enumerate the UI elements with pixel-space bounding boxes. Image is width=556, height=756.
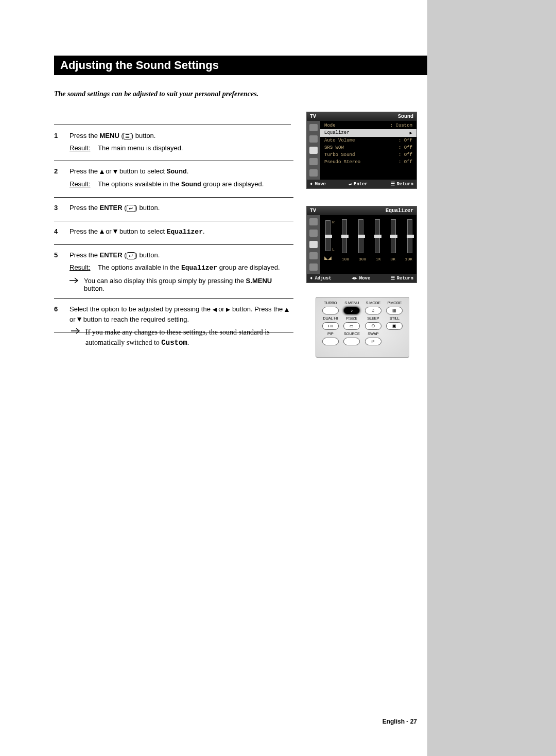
remote-label-swap: SWAP [364,331,383,336]
remote-grid: TURBO S.MENU S.MODE P.MODE ♪ ♫ ▦ DUAL I-… [321,301,404,345]
step-number: 2 [54,166,70,177]
menu-label: MENU [100,132,119,139]
result-row: Result The options available in the Soun… [70,179,293,190]
osd-item-srs-wow[interactable]: SRS WOW : Off [320,144,416,151]
remote-swap-button[interactable]: ⇄ [365,338,381,345]
osd-item-mode[interactable]: Mode : Custom [320,122,416,129]
divider [54,125,291,125]
foot-label: Adjust [315,276,331,281]
result-text-part: group are displayed. [201,180,264,188]
remote-label-smenu: S.MENU [343,301,361,305]
step-number: 6 [54,304,70,314]
step-text: or [104,227,114,235]
remote-pip-button[interactable] [322,338,339,345]
equalizer-area: ◣◢ 100 300 1K 3K 10K [320,215,416,262]
note-text: You can also display this group simply b… [84,277,293,292]
remote-smenu-button[interactable]: ♪ [343,307,360,314]
osd-item-equalizer[interactable]: Equalizer ▶ [320,129,416,137]
remote-smode-button[interactable]: ♫ [365,307,381,314]
result-text-part: group are displayed. [217,263,280,271]
osd-item-turbo-sound[interactable]: Turbo Sound : Off [320,151,416,159]
slider-knob[interactable] [407,235,414,238]
remote-still-button[interactable]: ▣ [386,322,403,330]
foot-label: Move [359,276,371,281]
sound-label: Sound [181,181,201,188]
step-body: Press the or button to select Equalizer. [70,226,293,237]
eq-slider-10k[interactable] [407,219,412,253]
osd-picture-icon [309,124,318,131]
osd-foot-move: ◀▶ Move [352,275,370,281]
remote-control: TURBO S.MENU S.MODE P.MODE ♪ ♫ ▦ DUAL I-… [316,297,409,358]
sound-label: Sound [167,168,187,175]
custom-label: Custom [161,339,187,347]
step-3: 3 Press the ENTER (↵) button. [54,203,293,221]
osd-item-auto-volume[interactable]: Auto Volume : Off [320,137,416,144]
step-text: Press the [70,251,100,259]
gray-sidebar [427,0,556,756]
osd-foot-enter: ↵ Enter [349,181,368,187]
remote-label-dual: DUAL I-II [321,316,340,321]
equalizer-label: Equalizer [181,264,217,272]
slider-knob[interactable] [390,235,397,238]
step-5: 5 Press the ENTER (↵) button. Result The… [54,250,293,299]
osd-foot-adjust: ♦ Adjust [310,275,332,281]
up-icon [285,308,289,312]
remote-label-smode: S.MODE [364,301,383,305]
remote-label-pip: PIP [321,331,340,336]
chevron-right-icon: ▶ [410,130,412,136]
osd-channel-icon [309,135,318,143]
slider-knob[interactable] [374,235,381,238]
osd-item-value: : Off [398,160,412,165]
eq-slider-300[interactable] [358,219,363,253]
step-text: button to select [117,227,166,235]
osd-body: ◣◢ 100 300 1K 3K 10K [307,215,416,274]
step-text: ) button. [131,132,156,139]
result-row: Result The main menu is displayed. [70,143,293,153]
page-title: Adjusting the Sound Settings [54,56,427,75]
remote-source-button[interactable] [343,338,360,345]
osd-item-label: SRS WOW [324,145,344,150]
osd-foot-return: ☰ Return [391,275,413,281]
balance-slider[interactable] [325,220,331,251]
step-text: button to reach the required setting. [81,315,189,323]
slider-knob[interactable] [341,235,349,238]
footnote-part: . [187,339,189,346]
eq-slider-1k[interactable] [375,219,380,253]
remote-label-turbo: TURBO [321,301,340,305]
foot-label: Return [397,276,413,281]
enter-icon: ↵ [127,205,135,212]
osd-icon-bar [307,121,320,180]
step-2: 2 Press the or button to select Sound. R… [54,166,293,198]
remote-label-pmode: P.MODE [386,301,404,305]
remote-label-sleep: SLEEP [364,316,383,321]
balance-icon: ◣◢ [324,255,332,260]
foot-label: Return [397,182,413,187]
remote-dual-button[interactable]: I·II [322,322,339,330]
step-text: ( [119,132,124,139]
result-text: The main menu is displayed. [98,143,293,153]
note-row: You can also display this group simply b… [70,277,293,292]
slider-knob[interactable] [358,235,365,238]
step-number: 1 [54,131,70,141]
osd-header: TV Sound [307,112,416,121]
remote-pmode-button[interactable]: ▦ [386,307,403,314]
left-icon [213,308,217,312]
remote-sleep-button[interactable]: ⏲ [365,322,381,330]
remote-psize-button[interactable]: ▭ [343,322,360,330]
eq-slider-3k[interactable] [391,219,396,253]
osd-item-value: : Off [398,145,412,150]
osd-item-label: Equalizer [324,130,350,136]
eq-slider-100[interactable] [342,219,347,253]
footer-note: If you make any changes to these setting… [71,327,292,348]
osd-item-label: Mode [324,123,336,128]
step-text: Press the [70,132,100,139]
result-row: Result The options available in the Equa… [70,262,293,273]
osd-title: Sound [398,114,413,119]
remote-turbo-button[interactable] [322,307,339,314]
osd-sound-icon [309,241,318,248]
up-icon [100,230,104,234]
slider-knob[interactable] [325,235,332,238]
osd-eq-icon [309,169,318,177]
osd-item-pseudo-stereo[interactable]: Pseudo Stereo : Off [320,159,416,166]
eq-freq-labels: 100 300 1K 3K 10K [342,257,412,261]
